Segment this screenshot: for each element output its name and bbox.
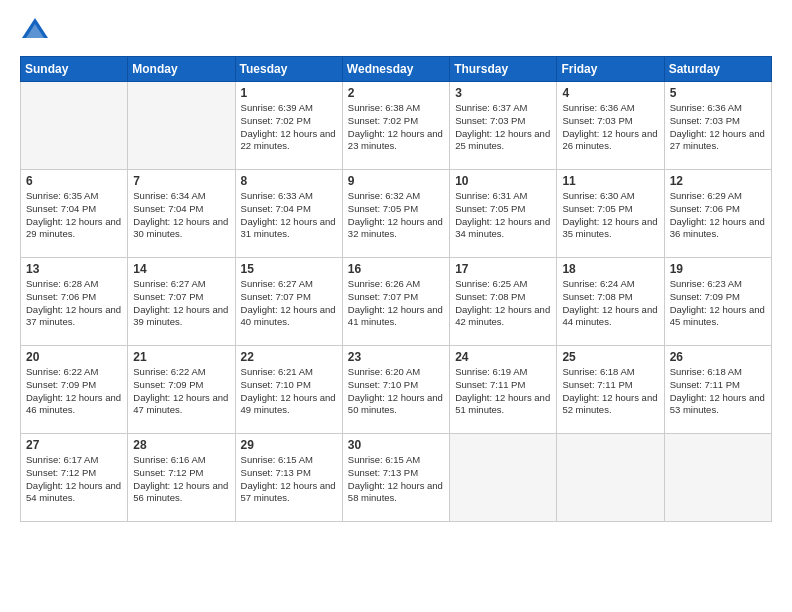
day-number: 22 xyxy=(241,350,337,364)
day-header-tuesday: Tuesday xyxy=(235,57,342,82)
day-number: 23 xyxy=(348,350,444,364)
calendar-cell: 6Sunrise: 6:35 AM Sunset: 7:04 PM Daylig… xyxy=(21,170,128,258)
logo xyxy=(20,16,54,46)
calendar-cell: 2Sunrise: 6:38 AM Sunset: 7:02 PM Daylig… xyxy=(342,82,449,170)
calendar-header-row: SundayMondayTuesdayWednesdayThursdayFrid… xyxy=(21,57,772,82)
calendar-cell: 15Sunrise: 6:27 AM Sunset: 7:07 PM Dayli… xyxy=(235,258,342,346)
calendar-cell: 20Sunrise: 6:22 AM Sunset: 7:09 PM Dayli… xyxy=(21,346,128,434)
day-number: 13 xyxy=(26,262,122,276)
day-header-thursday: Thursday xyxy=(450,57,557,82)
logo-icon xyxy=(20,16,50,46)
day-info: Sunrise: 6:26 AM Sunset: 7:07 PM Dayligh… xyxy=(348,278,444,329)
day-number: 1 xyxy=(241,86,337,100)
calendar-cell: 13Sunrise: 6:28 AM Sunset: 7:06 PM Dayli… xyxy=(21,258,128,346)
day-info: Sunrise: 6:28 AM Sunset: 7:06 PM Dayligh… xyxy=(26,278,122,329)
calendar-cell: 18Sunrise: 6:24 AM Sunset: 7:08 PM Dayli… xyxy=(557,258,664,346)
day-number: 6 xyxy=(26,174,122,188)
day-number: 14 xyxy=(133,262,229,276)
day-info: Sunrise: 6:29 AM Sunset: 7:06 PM Dayligh… xyxy=(670,190,766,241)
day-number: 5 xyxy=(670,86,766,100)
day-info: Sunrise: 6:24 AM Sunset: 7:08 PM Dayligh… xyxy=(562,278,658,329)
day-info: Sunrise: 6:34 AM Sunset: 7:04 PM Dayligh… xyxy=(133,190,229,241)
calendar-cell: 25Sunrise: 6:18 AM Sunset: 7:11 PM Dayli… xyxy=(557,346,664,434)
day-number: 12 xyxy=(670,174,766,188)
day-number: 3 xyxy=(455,86,551,100)
calendar-cell: 29Sunrise: 6:15 AM Sunset: 7:13 PM Dayli… xyxy=(235,434,342,522)
calendar-cell: 9Sunrise: 6:32 AM Sunset: 7:05 PM Daylig… xyxy=(342,170,449,258)
day-number: 2 xyxy=(348,86,444,100)
day-info: Sunrise: 6:22 AM Sunset: 7:09 PM Dayligh… xyxy=(133,366,229,417)
calendar-cell: 17Sunrise: 6:25 AM Sunset: 7:08 PM Dayli… xyxy=(450,258,557,346)
day-header-saturday: Saturday xyxy=(664,57,771,82)
day-number: 21 xyxy=(133,350,229,364)
day-number: 10 xyxy=(455,174,551,188)
day-info: Sunrise: 6:20 AM Sunset: 7:10 PM Dayligh… xyxy=(348,366,444,417)
header xyxy=(20,16,772,46)
day-info: Sunrise: 6:17 AM Sunset: 7:12 PM Dayligh… xyxy=(26,454,122,505)
calendar-week-5: 27Sunrise: 6:17 AM Sunset: 7:12 PM Dayli… xyxy=(21,434,772,522)
day-info: Sunrise: 6:18 AM Sunset: 7:11 PM Dayligh… xyxy=(670,366,766,417)
day-number: 26 xyxy=(670,350,766,364)
day-info: Sunrise: 6:36 AM Sunset: 7:03 PM Dayligh… xyxy=(670,102,766,153)
day-info: Sunrise: 6:23 AM Sunset: 7:09 PM Dayligh… xyxy=(670,278,766,329)
calendar-cell xyxy=(450,434,557,522)
day-info: Sunrise: 6:35 AM Sunset: 7:04 PM Dayligh… xyxy=(26,190,122,241)
day-number: 27 xyxy=(26,438,122,452)
day-number: 25 xyxy=(562,350,658,364)
day-info: Sunrise: 6:22 AM Sunset: 7:09 PM Dayligh… xyxy=(26,366,122,417)
calendar-cell: 5Sunrise: 6:36 AM Sunset: 7:03 PM Daylig… xyxy=(664,82,771,170)
calendar-cell: 21Sunrise: 6:22 AM Sunset: 7:09 PM Dayli… xyxy=(128,346,235,434)
day-number: 17 xyxy=(455,262,551,276)
day-info: Sunrise: 6:18 AM Sunset: 7:11 PM Dayligh… xyxy=(562,366,658,417)
day-info: Sunrise: 6:27 AM Sunset: 7:07 PM Dayligh… xyxy=(133,278,229,329)
day-header-sunday: Sunday xyxy=(21,57,128,82)
calendar-cell: 1Sunrise: 6:39 AM Sunset: 7:02 PM Daylig… xyxy=(235,82,342,170)
calendar-cell: 30Sunrise: 6:15 AM Sunset: 7:13 PM Dayli… xyxy=(342,434,449,522)
day-info: Sunrise: 6:38 AM Sunset: 7:02 PM Dayligh… xyxy=(348,102,444,153)
day-info: Sunrise: 6:21 AM Sunset: 7:10 PM Dayligh… xyxy=(241,366,337,417)
calendar-cell xyxy=(557,434,664,522)
calendar-cell: 12Sunrise: 6:29 AM Sunset: 7:06 PM Dayli… xyxy=(664,170,771,258)
calendar-week-4: 20Sunrise: 6:22 AM Sunset: 7:09 PM Dayli… xyxy=(21,346,772,434)
calendar-cell: 7Sunrise: 6:34 AM Sunset: 7:04 PM Daylig… xyxy=(128,170,235,258)
day-number: 20 xyxy=(26,350,122,364)
calendar-week-2: 6Sunrise: 6:35 AM Sunset: 7:04 PM Daylig… xyxy=(21,170,772,258)
calendar-cell xyxy=(128,82,235,170)
day-header-friday: Friday xyxy=(557,57,664,82)
day-info: Sunrise: 6:15 AM Sunset: 7:13 PM Dayligh… xyxy=(241,454,337,505)
page: SundayMondayTuesdayWednesdayThursdayFrid… xyxy=(0,0,792,612)
day-header-wednesday: Wednesday xyxy=(342,57,449,82)
calendar-week-1: 1Sunrise: 6:39 AM Sunset: 7:02 PM Daylig… xyxy=(21,82,772,170)
day-info: Sunrise: 6:33 AM Sunset: 7:04 PM Dayligh… xyxy=(241,190,337,241)
calendar-cell: 26Sunrise: 6:18 AM Sunset: 7:11 PM Dayli… xyxy=(664,346,771,434)
day-info: Sunrise: 6:31 AM Sunset: 7:05 PM Dayligh… xyxy=(455,190,551,241)
calendar-cell: 19Sunrise: 6:23 AM Sunset: 7:09 PM Dayli… xyxy=(664,258,771,346)
day-info: Sunrise: 6:19 AM Sunset: 7:11 PM Dayligh… xyxy=(455,366,551,417)
day-info: Sunrise: 6:32 AM Sunset: 7:05 PM Dayligh… xyxy=(348,190,444,241)
day-number: 19 xyxy=(670,262,766,276)
day-number: 15 xyxy=(241,262,337,276)
day-number: 8 xyxy=(241,174,337,188)
day-number: 28 xyxy=(133,438,229,452)
calendar-cell: 4Sunrise: 6:36 AM Sunset: 7:03 PM Daylig… xyxy=(557,82,664,170)
calendar-cell: 10Sunrise: 6:31 AM Sunset: 7:05 PM Dayli… xyxy=(450,170,557,258)
calendar-cell: 28Sunrise: 6:16 AM Sunset: 7:12 PM Dayli… xyxy=(128,434,235,522)
day-info: Sunrise: 6:37 AM Sunset: 7:03 PM Dayligh… xyxy=(455,102,551,153)
calendar-cell: 24Sunrise: 6:19 AM Sunset: 7:11 PM Dayli… xyxy=(450,346,557,434)
calendar-week-3: 13Sunrise: 6:28 AM Sunset: 7:06 PM Dayli… xyxy=(21,258,772,346)
day-number: 29 xyxy=(241,438,337,452)
day-number: 9 xyxy=(348,174,444,188)
day-number: 11 xyxy=(562,174,658,188)
calendar-cell: 22Sunrise: 6:21 AM Sunset: 7:10 PM Dayli… xyxy=(235,346,342,434)
calendar-cell xyxy=(21,82,128,170)
calendar: SundayMondayTuesdayWednesdayThursdayFrid… xyxy=(20,56,772,522)
day-number: 16 xyxy=(348,262,444,276)
day-info: Sunrise: 6:27 AM Sunset: 7:07 PM Dayligh… xyxy=(241,278,337,329)
day-header-monday: Monday xyxy=(128,57,235,82)
calendar-cell: 16Sunrise: 6:26 AM Sunset: 7:07 PM Dayli… xyxy=(342,258,449,346)
calendar-cell: 14Sunrise: 6:27 AM Sunset: 7:07 PM Dayli… xyxy=(128,258,235,346)
day-number: 4 xyxy=(562,86,658,100)
calendar-cell: 11Sunrise: 6:30 AM Sunset: 7:05 PM Dayli… xyxy=(557,170,664,258)
day-info: Sunrise: 6:36 AM Sunset: 7:03 PM Dayligh… xyxy=(562,102,658,153)
day-info: Sunrise: 6:25 AM Sunset: 7:08 PM Dayligh… xyxy=(455,278,551,329)
